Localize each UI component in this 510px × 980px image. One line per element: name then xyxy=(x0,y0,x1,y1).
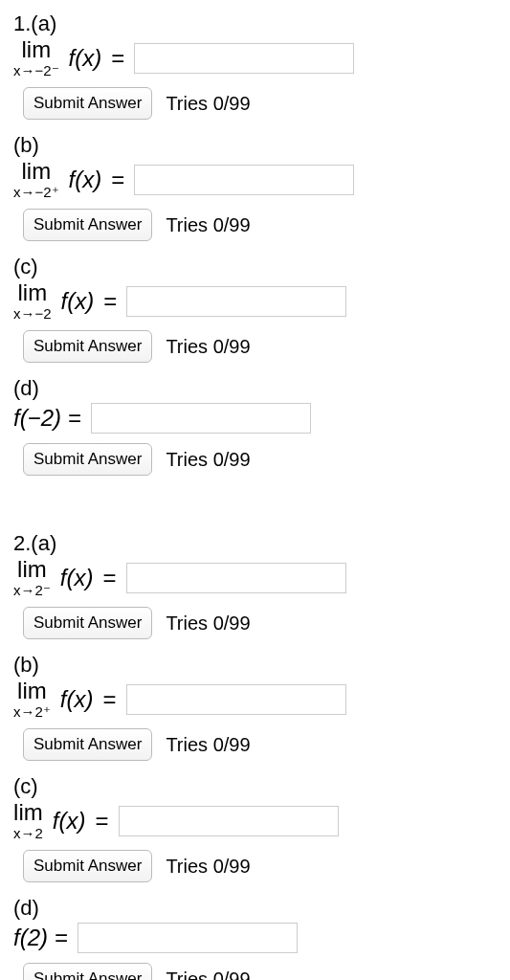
part-label: (b) xyxy=(13,653,497,678)
q2c: (c) lim x→2 f(x) = Submit Answer Tries 0… xyxy=(13,774,497,882)
tries-text: Tries 0/99 xyxy=(166,612,250,635)
limit-notation: lim x→2⁻ xyxy=(13,558,51,597)
tries-text: Tries 0/99 xyxy=(166,856,250,878)
fx-text: f(x) xyxy=(53,808,86,835)
tries-text: Tries 0/99 xyxy=(166,969,250,981)
submit-button[interactable]: Submit Answer xyxy=(23,330,152,363)
fx-text: f(x) xyxy=(69,167,102,193)
submit-row: Submit Answer Tries 0/99 xyxy=(23,443,497,476)
submit-row: Submit Answer Tries 0/99 xyxy=(23,963,497,980)
submit-row: Submit Answer Tries 0/99 xyxy=(23,209,497,241)
equals-sign: = xyxy=(103,565,117,591)
part-label: 1.(a) xyxy=(13,11,497,36)
submit-row: Submit Answer Tries 0/99 xyxy=(23,728,497,761)
submit-row: Submit Answer Tries 0/99 xyxy=(23,330,497,363)
answer-input[interactable] xyxy=(119,806,339,836)
tries-text: Tries 0/99 xyxy=(166,449,250,471)
q1c: (c) lim x→−2 f(x) = Submit Answer Tries … xyxy=(13,255,497,363)
fx-text: f(x) xyxy=(69,45,102,72)
expression-row: lim x→−2⁺ f(x) = xyxy=(13,160,497,199)
submit-row: Submit Answer Tries 0/99 xyxy=(23,850,497,882)
part-label: (c) xyxy=(13,255,497,279)
submit-button[interactable]: Submit Answer xyxy=(23,87,152,120)
limit-notation: lim x→−2 xyxy=(13,281,52,321)
limit-notation: lim x→−2⁻ xyxy=(13,38,59,78)
expression-row: f(−2) = xyxy=(13,403,497,434)
answer-input[interactable] xyxy=(126,684,346,715)
expression-row: lim x→−2⁻ f(x) = xyxy=(13,38,497,78)
answer-input[interactable] xyxy=(126,563,346,593)
fx-text: f(x) xyxy=(61,288,95,315)
submit-button[interactable]: Submit Answer xyxy=(23,607,152,639)
q2d: (d) f(2) = Submit Answer Tries 0/99 xyxy=(13,896,497,980)
submit-button[interactable]: Submit Answer xyxy=(23,850,152,882)
limit-notation: lim x→2 xyxy=(13,801,43,840)
fx-expr: f(−2) = xyxy=(13,405,81,432)
part-label: (c) xyxy=(13,774,497,799)
fx-text: f(x) xyxy=(60,565,94,591)
question-gap xyxy=(13,489,497,531)
answer-input[interactable] xyxy=(91,403,311,434)
limit-notation: lim x→2⁺ xyxy=(13,679,51,719)
tries-text: Tries 0/99 xyxy=(166,93,250,115)
part-label: 2.(a) xyxy=(13,531,497,556)
part-label: (d) xyxy=(13,376,497,401)
part-label: (d) xyxy=(13,896,497,921)
answer-input[interactable] xyxy=(126,286,346,317)
equals-sign: = xyxy=(111,167,124,193)
limit-notation: lim x→−2⁺ xyxy=(13,160,59,199)
expression-row: lim x→−2 f(x) = xyxy=(13,281,497,321)
expression-row: lim x→2⁻ f(x) = xyxy=(13,558,497,597)
submit-button[interactable]: Submit Answer xyxy=(23,963,152,980)
answer-input[interactable] xyxy=(134,165,354,195)
q1d: (d) f(−2) = Submit Answer Tries 0/99 xyxy=(13,376,497,476)
tries-text: Tries 0/99 xyxy=(166,336,250,358)
q2a: 2.(a) lim x→2⁻ f(x) = Submit Answer Trie… xyxy=(13,531,497,639)
part-label: (b) xyxy=(13,133,497,158)
equals-sign: = xyxy=(96,808,109,835)
expression-row: lim x→2⁺ f(x) = xyxy=(13,679,497,719)
fx-text: f(x) xyxy=(60,686,94,713)
submit-button[interactable]: Submit Answer xyxy=(23,728,152,761)
tries-text: Tries 0/99 xyxy=(166,734,250,756)
submit-row: Submit Answer Tries 0/99 xyxy=(23,87,497,120)
q1b: (b) lim x→−2⁺ f(x) = Submit Answer Tries… xyxy=(13,133,497,241)
answer-input[interactable] xyxy=(134,43,354,74)
submit-row: Submit Answer Tries 0/99 xyxy=(23,607,497,639)
submit-button[interactable]: Submit Answer xyxy=(23,209,152,241)
q2b: (b) lim x→2⁺ f(x) = Submit Answer Tries … xyxy=(13,653,497,761)
equals-sign: = xyxy=(103,686,117,713)
submit-button[interactable]: Submit Answer xyxy=(23,443,152,476)
expression-row: f(2) = xyxy=(13,923,497,953)
expression-row: lim x→2 f(x) = xyxy=(13,801,497,840)
tries-text: Tries 0/99 xyxy=(166,214,250,236)
fx-expr: f(2) = xyxy=(13,924,68,951)
q1a: 1.(a) lim x→−2⁻ f(x) = Submit Answer Tri… xyxy=(13,11,497,120)
answer-input[interactable] xyxy=(78,923,298,953)
equals-sign: = xyxy=(103,288,117,315)
equals-sign: = xyxy=(111,45,124,72)
